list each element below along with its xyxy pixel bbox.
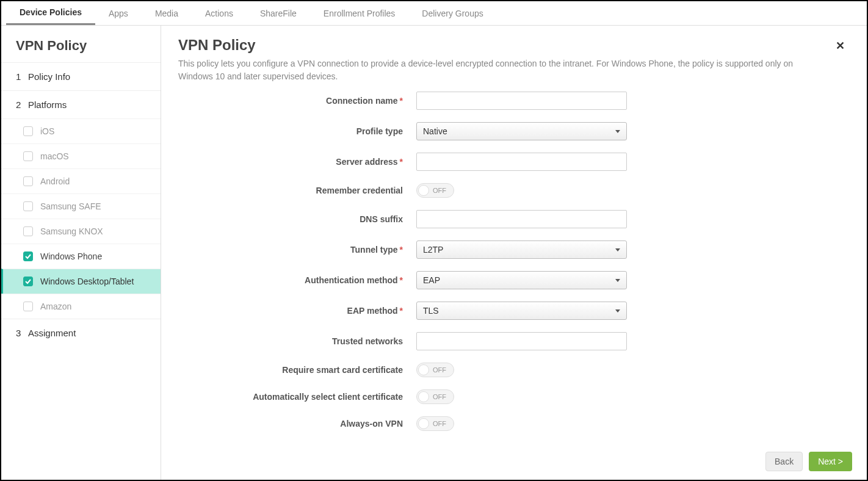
sidebar-platform-windows-phone[interactable]: Windows Phone <box>1 244 161 269</box>
required-icon: * <box>400 275 403 285</box>
form-label: Always-on VPN <box>178 419 416 429</box>
form-row-remember-credential: Remember credentialOFF <box>178 183 850 198</box>
sidebar: VPN Policy 1 Policy Info 2 Platforms iOS… <box>1 26 161 480</box>
form-label: Authentication method* <box>178 275 416 285</box>
top-tab-media[interactable]: Media <box>142 1 192 25</box>
required-icon: * <box>400 306 403 316</box>
select-value: Native <box>423 126 447 136</box>
step-number: 2 <box>16 99 22 110</box>
platform-label: macOS <box>40 151 69 161</box>
step-label: Policy Info <box>28 71 70 82</box>
toggle-knob <box>418 418 429 429</box>
select-value: L2TP <box>423 245 443 255</box>
step-label: Assignment <box>28 328 76 338</box>
top-tab-device-policies[interactable]: Device Policies <box>6 1 95 25</box>
back-button[interactable]: Back <box>765 452 803 471</box>
require-smart-card-toggle[interactable]: OFF <box>416 363 454 377</box>
step-number: 3 <box>16 328 22 338</box>
page-description: This policy lets you configure a VPN con… <box>178 57 825 83</box>
form-row-eap-method: EAP method*TLS <box>178 302 850 320</box>
sidebar-platform-ios[interactable]: iOS <box>1 118 161 143</box>
sidebar-platform-samsung-safe[interactable]: Samsung SAFE <box>1 193 161 219</box>
checkbox-icon[interactable] <box>23 151 33 161</box>
sidebar-platform-windows-desktop-tablet[interactable]: Windows Desktop/Tablet <box>1 269 161 294</box>
platform-label: Samsung SAFE <box>40 201 101 211</box>
checkbox-icon[interactable] <box>23 277 33 286</box>
form-row-profile-type: Profile typeNative <box>178 122 850 140</box>
form-label: Require smart card certificate <box>178 365 416 375</box>
form-label: Automatically select client certificate <box>178 392 416 402</box>
toggle-label: OFF <box>433 187 446 194</box>
form-label: Tunnel type* <box>178 245 416 255</box>
top-tab-apps[interactable]: Apps <box>95 1 142 25</box>
footer-buttons: Back Next > <box>765 452 852 471</box>
connection-name-input[interactable] <box>416 92 627 110</box>
tunnel-type-select[interactable]: L2TP <box>416 240 627 259</box>
sidebar-step-policy-info[interactable]: 1 Policy Info <box>1 62 161 90</box>
checkbox-icon[interactable] <box>23 201 33 211</box>
select-value: TLS <box>423 306 439 316</box>
sidebar-step-assignment[interactable]: 3 Assignment <box>1 319 161 347</box>
form-label: Server address* <box>178 157 416 167</box>
sidebar-platform-amazon[interactable]: Amazon <box>1 294 161 319</box>
form-row-server-address: Server address* <box>178 153 850 171</box>
form-row-tunnel-type: Tunnel type*L2TP <box>178 240 850 259</box>
platform-label: Android <box>40 176 70 186</box>
toggle-knob <box>418 391 429 402</box>
chevron-down-icon <box>615 130 620 133</box>
platform-label: Amazon <box>40 302 71 311</box>
top-tab-actions[interactable]: Actions <box>192 1 247 25</box>
form-label: EAP method* <box>178 306 416 316</box>
platform-label: Samsung KNOX <box>40 226 103 236</box>
eap-method-select[interactable]: TLS <box>416 302 627 320</box>
profile-type-select[interactable]: Native <box>416 122 627 140</box>
checkbox-icon[interactable] <box>23 176 33 186</box>
sidebar-platform-android[interactable]: Android <box>1 168 161 193</box>
select-value: EAP <box>423 275 440 285</box>
chevron-down-icon <box>615 309 620 313</box>
chevron-down-icon <box>615 248 620 251</box>
toggle-knob <box>418 364 429 375</box>
top-tab-sharefile[interactable]: ShareFile <box>247 1 310 25</box>
top-tab-delivery-groups[interactable]: Delivery Groups <box>408 1 496 25</box>
server-address-input[interactable] <box>416 153 627 171</box>
sidebar-step-platforms[interactable]: 2 Platforms <box>1 90 161 118</box>
next-button[interactable]: Next > <box>809 452 852 471</box>
form-label: Profile type <box>178 126 416 136</box>
remember-credential-toggle[interactable]: OFF <box>416 183 454 198</box>
close-icon[interactable]: ✕ <box>831 37 850 55</box>
top-tabs: Device PoliciesAppsMediaActionsShareFile… <box>1 1 867 26</box>
checkbox-icon[interactable] <box>23 126 33 136</box>
toggle-label: OFF <box>433 420 446 427</box>
checkbox-icon[interactable] <box>23 226 33 236</box>
platform-label: Windows Phone <box>40 251 102 261</box>
required-icon: * <box>400 157 403 167</box>
form-row-connection-name: Connection name* <box>178 92 850 110</box>
form-row-always-on: Always-on VPNOFF <box>178 416 850 431</box>
sidebar-platform-macos[interactable]: macOS <box>1 143 161 168</box>
auth-method-select[interactable]: EAP <box>416 271 627 289</box>
form-row-require-smart-card: Require smart card certificateOFF <box>178 363 850 377</box>
form-area: Connection name*Profile typeNativeServer… <box>178 92 850 433</box>
step-number: 1 <box>16 71 22 82</box>
toggle-knob <box>418 185 429 196</box>
form-row-auto-select-cert: Automatically select client certificateO… <box>178 389 850 404</box>
sidebar-platform-samsung-knox[interactable]: Samsung KNOX <box>1 219 161 244</box>
form-row-trusted-networks: Trusted networks <box>178 332 850 350</box>
form-label: Trusted networks <box>178 336 416 346</box>
dns-suffix-input[interactable] <box>416 210 627 228</box>
always-on-toggle[interactable]: OFF <box>416 416 454 431</box>
page-title: VPN Policy <box>178 37 256 54</box>
checkbox-icon[interactable] <box>23 302 33 311</box>
form-label: DNS suffix <box>178 214 416 224</box>
form-label: Connection name* <box>178 96 416 106</box>
top-tab-enrollment-profiles[interactable]: Enrollment Profiles <box>310 1 409 25</box>
form-row-dns-suffix: DNS suffix <box>178 210 850 228</box>
trusted-networks-input[interactable] <box>416 332 627 350</box>
platform-label: iOS <box>40 126 54 136</box>
main-panel: VPN Policy ✕ This policy lets you config… <box>161 26 867 480</box>
form-label: Remember credential <box>178 186 416 195</box>
step-label: Platforms <box>28 99 67 110</box>
auto-select-cert-toggle[interactable]: OFF <box>416 389 454 404</box>
checkbox-icon[interactable] <box>23 251 33 261</box>
